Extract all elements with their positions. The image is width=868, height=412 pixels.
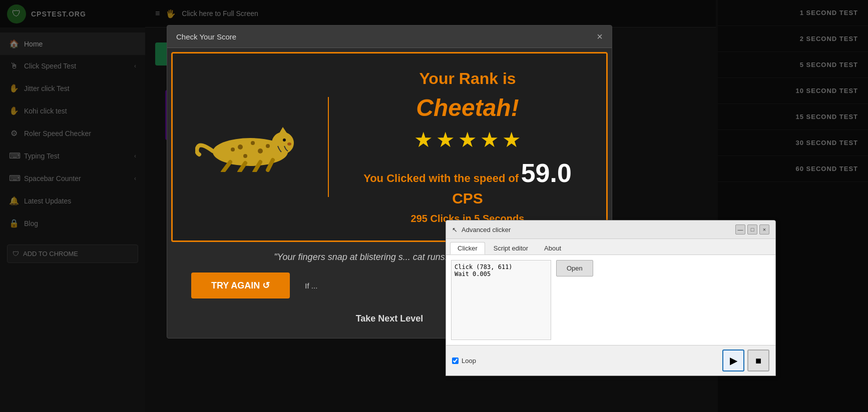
loop-label: Loop — [462, 357, 476, 364]
loop-checkbox-area: Loop — [452, 357, 476, 364]
advanced-clicker-titlebar: ↖ Advanced clicker — □ × — [446, 220, 775, 239]
speed-unit: CPS — [452, 190, 483, 206]
stop-button[interactable]: ■ — [747, 350, 769, 372]
star5: ★ — [502, 128, 521, 152]
advanced-clicker-window: ↖ Advanced clicker — □ × Clicker Script … — [446, 220, 776, 376]
try-again-button[interactable]: TRY AGAIN ↺ — [191, 272, 290, 298]
score-info: Your Rank is Cheetah! ★ ★ ★ ★ ★ You Clic… — [349, 70, 586, 224]
adv-clicker-content: Open — [446, 255, 775, 345]
speed-row: You Clicked with the speed of 59.0 — [363, 158, 572, 188]
tab-clicker[interactable]: Clicker — [450, 242, 485, 254]
star4: ★ — [480, 128, 499, 152]
cursor-icon: ↖ — [452, 226, 458, 234]
star1: ★ — [414, 128, 433, 152]
svg-point-2 — [238, 144, 243, 150]
open-button[interactable]: Open — [556, 260, 593, 276]
divider-line — [328, 97, 329, 197]
tab-script-editor[interactable]: Script editor — [486, 242, 536, 254]
score-modal-title: Check Your Score — [176, 32, 236, 41]
close-window-button[interactable]: × — [759, 224, 769, 234]
svg-point-10 — [287, 142, 291, 146]
rank-name: Cheetah! — [416, 94, 519, 122]
minimize-button[interactable]: — — [735, 224, 745, 234]
score-card: Your Rank is Cheetah! ★ ★ ★ ★ ★ You Clic… — [171, 52, 608, 242]
stop-icon: ■ — [755, 355, 761, 366]
svg-point-4 — [258, 148, 263, 154]
advanced-clicker-title: ↖ Advanced clicker — [452, 226, 511, 234]
rank-label: Your Rank is — [419, 70, 516, 88]
try-again-label: TRY AGAIN ↺ — [211, 280, 270, 291]
tab-clicker-label: Clicker — [458, 244, 478, 252]
star2: ★ — [436, 128, 455, 152]
svg-line-11 — [223, 162, 230, 172]
score-modal-close-button[interactable]: × — [597, 32, 603, 42]
play-button[interactable]: ▶ — [722, 350, 744, 372]
svg-point-5 — [243, 154, 247, 158]
tab-about[interactable]: About — [537, 242, 569, 254]
maximize-button[interactable]: □ — [747, 224, 757, 234]
take-next-label: Take Next Level — [356, 314, 423, 324]
star3: ★ — [458, 128, 477, 152]
open-label: Open — [567, 264, 583, 272]
svg-point-9 — [283, 138, 286, 142]
adv-clicker-tabs: Clicker Script editor About — [446, 239, 775, 255]
tab-about-label: About — [544, 244, 561, 252]
adv-clicker-footer: Loop ▶ ■ — [446, 345, 775, 376]
stars-row: ★ ★ ★ ★ ★ — [414, 128, 521, 152]
if-text: If ... — [305, 282, 317, 290]
minimize-icon: — — [738, 226, 743, 232]
svg-point-7 — [266, 144, 270, 148]
play-icon: ▶ — [730, 354, 737, 366]
adv-clicker-controls: — □ × — [735, 224, 769, 234]
svg-marker-8 — [279, 127, 287, 133]
svg-point-6 — [231, 148, 235, 152]
close-icon: × — [763, 226, 766, 232]
tab-script-label: Script editor — [494, 244, 528, 252]
svg-point-3 — [251, 141, 255, 145]
cheetah-image — [193, 122, 308, 172]
script-textarea[interactable] — [451, 260, 551, 340]
speed-value: 59.0 — [521, 158, 572, 188]
adv-clicker-title-text: Advanced clicker — [462, 226, 511, 234]
maximize-icon: □ — [751, 226, 754, 232]
loop-checkbox-input[interactable] — [452, 358, 459, 364]
score-modal-header: Check Your Score × — [167, 26, 612, 48]
speed-text: You Clicked with the speed of — [363, 172, 519, 184]
action-buttons: ▶ ■ — [722, 350, 769, 372]
